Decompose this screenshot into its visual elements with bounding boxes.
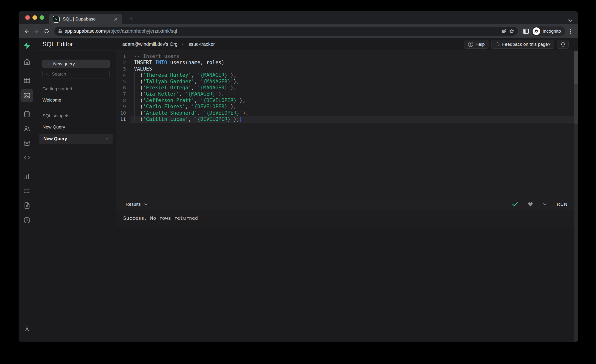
account-icon[interactable] — [21, 323, 33, 335]
eye-slash-icon[interactable] — [500, 27, 508, 35]
supabase-logo-icon[interactable] — [23, 41, 31, 50]
browser-toolbar: app.supabase.com/project/azahtnhqohyjerz… — [19, 24, 578, 38]
chevron-down-icon[interactable] — [543, 203, 547, 206]
rail-divider — [22, 105, 31, 105]
tab-title: SQL | Supabase — [63, 16, 112, 22]
sidebar-item-new-query[interactable]: New Query — [42, 124, 110, 130]
minimize-window-button[interactable] — [32, 15, 37, 20]
tab-search-chevron-icon[interactable] — [568, 19, 572, 22]
breadcrumb-separator: / — [182, 41, 183, 47]
new-tab-button[interactable] — [127, 15, 135, 23]
incognito-badge[interactable]: Incognito — [532, 26, 565, 36]
favorite-heart-icon[interactable] — [528, 202, 533, 207]
nav-authentication-icon[interactable] — [21, 123, 33, 134]
results-toolbar: Results RUN — [116, 199, 578, 209]
run-controls: RUN — [512, 202, 568, 207]
notifications-button[interactable] — [557, 40, 569, 49]
code-line[interactable]: 7 ('Gia Keller', '{MANAGER}'), — [116, 91, 578, 97]
results-panel: Success. No rows returned — [116, 209, 578, 227]
tab-strip: SQL | Supabase — [19, 11, 578, 24]
line-number: 6 — [116, 85, 130, 91]
header-actions: ? Help Feedback on this page? — [464, 40, 569, 49]
nav-settings-icon[interactable] — [21, 214, 33, 226]
supabase-favicon-icon — [53, 16, 60, 23]
run-button[interactable]: RUN — [557, 202, 568, 207]
nav-reports-icon[interactable] — [21, 171, 33, 182]
desktop: SQL | Supabase — [0, 0, 596, 364]
new-query-button[interactable]: New query — [42, 59, 110, 68]
nav-storage-icon[interactable] — [21, 138, 33, 149]
line-number: 2 — [116, 59, 130, 66]
side-panel-icon[interactable] — [521, 27, 531, 36]
line-number: 5 — [116, 78, 130, 85]
rail-divider — [22, 167, 31, 167]
reload-button[interactable] — [42, 27, 51, 36]
scrollbar-thumb[interactable] — [574, 51, 578, 84]
maximize-window-button[interactable] — [40, 15, 44, 20]
bookmark-star-icon[interactable] — [508, 27, 516, 35]
results-dropdown[interactable]: Results — [126, 202, 148, 207]
code-line[interactable]: 8 ('Jefferson Pratt', '{DEVELOPER}'), — [116, 97, 578, 104]
code-line[interactable]: 1-- Insert users — [116, 53, 578, 59]
code-lines: 1-- Insert users2INSERT INTO users(name,… — [116, 53, 578, 122]
nav-edge-functions-icon[interactable] — [21, 152, 33, 163]
chevron-down-icon[interactable] — [105, 138, 109, 140]
sidebar-item-new-query-active[interactable]: New Query — [39, 134, 113, 144]
main-area: adam@windmill.dev's Org / issue-tracker … — [116, 38, 578, 342]
text-cursor — [240, 117, 240, 122]
close-window-button[interactable] — [25, 15, 30, 20]
code-line[interactable]: 10 ('Arielle Shepherd', '{DEVELOPER}'), — [116, 110, 578, 116]
nav-logs-icon[interactable] — [21, 185, 33, 197]
nav-database-icon[interactable] — [21, 108, 33, 120]
nav-home-icon[interactable] — [21, 56, 33, 67]
line-number: 7 — [116, 91, 130, 97]
address-bar[interactable]: app.supabase.com/project/azahtnhqohyjerz… — [54, 27, 518, 36]
code-line[interactable]: 2INSERT INTO users(name, roles) — [116, 59, 578, 66]
section-label-getting-started: Getting started — [42, 86, 110, 91]
plus-icon — [46, 62, 50, 66]
scrollbar-thumb-secondary — [574, 84, 578, 124]
back-button[interactable] — [22, 27, 31, 36]
nav-table-editor-icon[interactable] — [21, 74, 33, 86]
code-line[interactable]: 9 ('Carlo Flores', '{DEVELOPER}'), — [116, 104, 578, 110]
search-input[interactable] — [52, 72, 107, 77]
results-label: Results — [126, 202, 141, 207]
empty-area — [116, 227, 578, 342]
code-line[interactable]: 6 ('Ezekiel Ortega', '{MANAGER}'), — [116, 85, 578, 91]
line-number: 11 — [116, 116, 130, 122]
supabase-app: SQL Editor New query Getting started Wel… — [19, 38, 578, 342]
code-line[interactable]: 11 ('Caitlin Lucas', '{DEVELOPER}'); — [116, 116, 578, 122]
url-text: app.supabase.com/project/azahtnhqohyjerz… — [65, 28, 500, 34]
breadcrumb-project[interactable]: issue-tracker — [188, 41, 215, 47]
breadcrumb: adam@windmill.dev's Org / issue-tracker — [122, 41, 215, 47]
sidebar-item-welcome[interactable]: Welcome — [42, 97, 110, 103]
search-box[interactable] — [42, 70, 110, 78]
section-label-sql-snippets: SQL snippets — [42, 113, 110, 119]
feedback-button[interactable]: Feedback on this page? — [491, 40, 554, 49]
breadcrumb-org[interactable]: adam@windmill.dev's Org — [122, 41, 178, 47]
line-number: 1 — [116, 53, 130, 59]
tab-close-icon[interactable] — [112, 16, 119, 22]
code-line[interactable]: 3VALUES — [116, 66, 578, 72]
scrollbar[interactable] — [574, 51, 578, 342]
page-title: SQL Editor — [42, 41, 73, 48]
code-line[interactable]: 4 ('Theresa Hurley', '{MANAGER}'), — [116, 72, 578, 78]
sql-code-editor[interactable]: 1-- Insert users2INSERT INTO users(name,… — [116, 51, 578, 199]
success-message: Success. No rows returned — [123, 215, 198, 221]
window-controls — [25, 15, 44, 20]
nav-api-docs-icon[interactable] — [21, 200, 33, 211]
lock-icon — [58, 29, 62, 34]
nav-rail — [19, 38, 35, 342]
browser-tab[interactable]: SQL | Supabase — [49, 14, 122, 24]
code-line[interactable]: 5 ('Taliyah Gardner', '{MANAGER}'), — [116, 78, 578, 85]
success-check-icon — [512, 202, 518, 207]
line-number: 10 — [116, 110, 130, 116]
chevron-down-icon — [144, 203, 148, 206]
help-button[interactable]: ? Help — [464, 40, 488, 49]
incognito-icon — [533, 27, 540, 35]
speech-bubble-icon — [495, 42, 500, 47]
browser-menu-icon[interactable] — [566, 27, 575, 36]
nav-sql-editor-icon[interactable] — [21, 89, 33, 102]
url-path: /project/azahtnhqohyjerzaxtmk/sql — [105, 28, 177, 34]
forward-button[interactable] — [32, 27, 41, 36]
